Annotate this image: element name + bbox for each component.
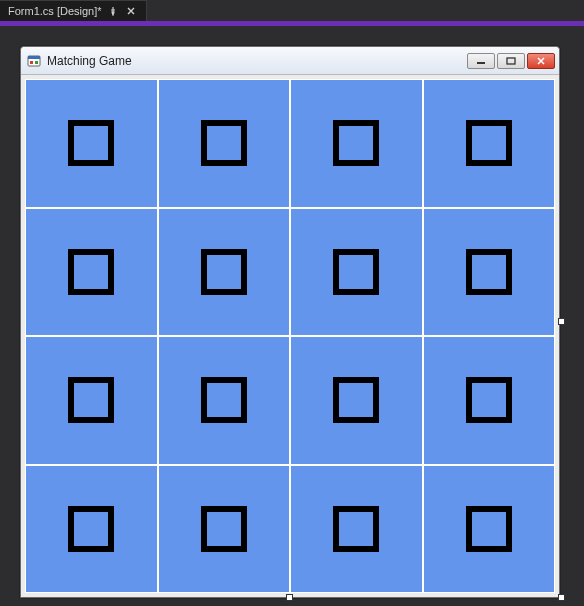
maximize-button[interactable]: [497, 53, 525, 69]
tab-label: Form1.cs [Design]*: [8, 5, 102, 17]
titlebar[interactable]: Matching Game: [21, 47, 559, 75]
square-icon: [466, 249, 512, 295]
grid-cell[interactable]: [25, 465, 158, 594]
window-buttons: [467, 53, 555, 69]
close-icon[interactable]: [124, 4, 138, 18]
square-icon: [68, 120, 114, 166]
square-icon: [201, 506, 247, 552]
square-icon: [68, 506, 114, 552]
svg-rect-5: [507, 58, 515, 64]
resize-handle-right[interactable]: [558, 318, 565, 325]
winform[interactable]: Matching Game: [20, 46, 560, 598]
square-icon: [333, 120, 379, 166]
square-icon: [333, 506, 379, 552]
grid-cell[interactable]: [158, 208, 291, 337]
square-icon: [466, 377, 512, 423]
grid-cell[interactable]: [290, 465, 423, 594]
minimize-button[interactable]: [467, 53, 495, 69]
close-button[interactable]: [527, 53, 555, 69]
square-icon: [201, 120, 247, 166]
grid-cell[interactable]: [25, 208, 158, 337]
pin-icon[interactable]: [108, 6, 118, 16]
grid-cell[interactable]: [158, 336, 291, 465]
square-icon: [333, 377, 379, 423]
svg-rect-1: [28, 56, 40, 59]
design-surface: Matching Game: [0, 26, 584, 606]
tab-form1-design[interactable]: Form1.cs [Design]*: [0, 0, 147, 21]
grid-cell[interactable]: [423, 465, 556, 594]
match-grid: [25, 79, 555, 593]
grid-cell[interactable]: [290, 336, 423, 465]
grid-cell[interactable]: [158, 79, 291, 208]
svg-rect-4: [477, 62, 485, 64]
square-icon: [201, 377, 247, 423]
square-icon: [333, 249, 379, 295]
square-icon: [201, 249, 247, 295]
grid-cell[interactable]: [290, 208, 423, 337]
grid-cell[interactable]: [25, 336, 158, 465]
grid-cell[interactable]: [423, 79, 556, 208]
square-icon: [466, 506, 512, 552]
app-icon: [27, 54, 41, 68]
grid-cell[interactable]: [423, 336, 556, 465]
grid-cell[interactable]: [290, 79, 423, 208]
svg-rect-2: [30, 61, 33, 64]
ide-tabstrip: Form1.cs [Design]*: [0, 0, 584, 22]
resize-handle-bottom-right[interactable]: [558, 594, 565, 601]
square-icon: [466, 120, 512, 166]
grid-cell[interactable]: [158, 465, 291, 594]
svg-rect-3: [35, 61, 38, 64]
grid-cell[interactable]: [25, 79, 158, 208]
resize-handle-bottom[interactable]: [286, 594, 293, 601]
form-client-area: [21, 75, 559, 597]
window-title: Matching Game: [47, 54, 461, 68]
square-icon: [68, 249, 114, 295]
square-icon: [68, 377, 114, 423]
grid-cell[interactable]: [423, 208, 556, 337]
